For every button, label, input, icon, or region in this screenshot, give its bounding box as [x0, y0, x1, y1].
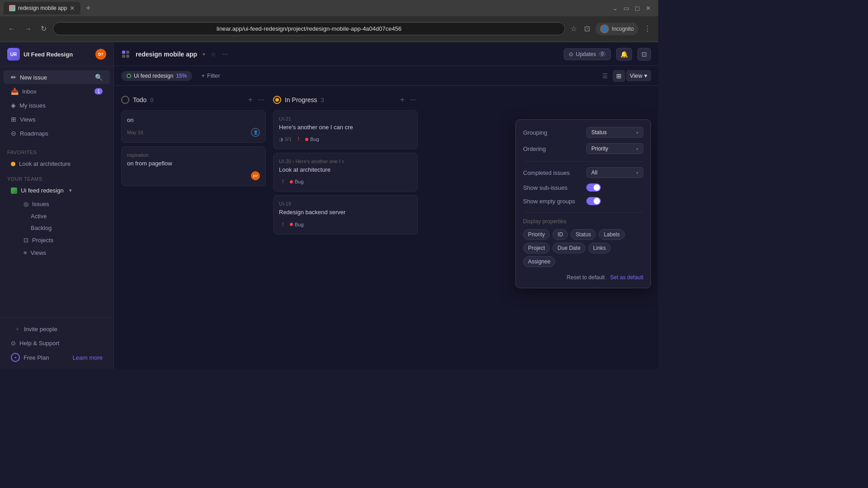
roadmaps-icon: ⊝	[11, 130, 16, 137]
active-label: Active	[31, 213, 47, 220]
inprogress-more-button[interactable]: ···	[408, 95, 418, 105]
architecture-label: Look at architecture	[19, 160, 71, 167]
prop-chip-priority[interactable]: Priority	[523, 229, 550, 240]
prop-chip-status[interactable]: Status	[571, 229, 596, 240]
new-tab-button[interactable]: +	[82, 4, 94, 13]
search-icon[interactable]: 🔍	[95, 74, 103, 81]
sidebar-team-item[interactable]: Ui feed redesign ▾	[4, 184, 110, 197]
todo-more-button[interactable]: ···	[256, 95, 266, 105]
list-item[interactable]: on May 16 👤	[121, 110, 266, 143]
filter-label: Filter	[207, 72, 220, 79]
sidebar-item-active[interactable]: Active	[7, 211, 110, 222]
invite-people-button[interactable]: ＋ Invite people	[7, 322, 106, 336]
help-icon: ⊙	[11, 340, 16, 347]
new-issue-icon: ✏	[11, 74, 16, 81]
updates-button[interactable]: ⊙ Updates 0	[564, 48, 611, 60]
sidebar-footer: ＋ Invite people ⊙ Help & Support ✦ Free …	[0, 317, 113, 369]
notification-button[interactable]: 🔔	[616, 48, 632, 61]
sidebar-item-views[interactable]: ⊞ Views	[4, 113, 110, 126]
sidebar-item-my-issues[interactable]: ◈ My issues	[4, 99, 110, 112]
grid-view-button[interactable]: ⊞	[613, 70, 625, 82]
filter-button[interactable]: + Filter	[198, 70, 223, 81]
ordering-row: Ordering Priority ▾	[523, 143, 643, 154]
maximize-button[interactable]: ◻	[635, 5, 640, 12]
todo-column-header: Todo 0 + ···	[121, 93, 266, 107]
completed-value: All	[591, 169, 597, 176]
prop-chip-due-date[interactable]: Due Date	[552, 243, 585, 253]
empty-groups-toggle[interactable]	[586, 197, 601, 205]
sidebar-item-new-issue[interactable]: ✏ New issue 🔍	[4, 70, 110, 84]
svg-rect-3	[126, 55, 129, 58]
grouping-select[interactable]: Status ▾	[586, 127, 643, 138]
ordering-select[interactable]: Priority ▾	[586, 143, 643, 154]
sidebar-item-backlog[interactable]: Backlog	[7, 222, 110, 234]
inprogress-column-header: In Progress 3 + ···	[273, 93, 418, 107]
refresh-button[interactable]: ↻	[38, 23, 49, 35]
sidebar-item-issues[interactable]: ◎ Issues	[7, 198, 110, 210]
browser-menu-button[interactable]: ⋮	[642, 23, 653, 35]
extension-icon[interactable]: ⊡	[582, 23, 592, 35]
bookmark-icon[interactable]: ☆	[569, 23, 579, 35]
inprogress-column: In Progress 3 + ··· UI-21 Here's another…	[273, 93, 418, 361]
incognito-badge[interactable]: 👤 Incognito	[595, 23, 638, 35]
my-issues-label: My issues	[19, 102, 46, 109]
grouping-value: Status	[591, 129, 607, 136]
card-title: on from pageflow	[127, 160, 260, 168]
priority-urgent-icon: !	[294, 135, 302, 143]
card-assignee: D7	[251, 171, 260, 180]
set-default-link[interactable]: Set as default	[610, 274, 643, 281]
browser-tab[interactable]: redesign mobile app ✕	[4, 2, 80, 14]
updates-badge: 0	[599, 51, 606, 57]
todo-column-count: 0	[150, 97, 153, 103]
back-button[interactable]: ←	[5, 23, 18, 35]
sidebar-item-inbox[interactable]: 📥 Inbox 1	[4, 84, 110, 98]
list-item[interactable]: UI-19 Redesign backend server ! Bug	[273, 195, 418, 234]
address-bar[interactable]: linear.app/ui-feed-redesign/project/rede…	[53, 22, 565, 35]
panel-divider-1	[523, 161, 643, 162]
favorites-section-label: Favorites	[0, 148, 113, 157]
card-label: Bug	[305, 136, 319, 142]
inbox-badge: 1	[94, 88, 103, 94]
tab-close-button[interactable]: ✕	[70, 5, 75, 12]
bug-label-dot	[290, 180, 293, 183]
list-item[interactable]: nspiration on from pageflow D7	[121, 146, 266, 186]
user-avatar[interactable]: D7	[95, 49, 106, 60]
prop-chip-labels[interactable]: Labels	[599, 229, 624, 240]
progress-badge[interactable]: Ui feed redesign 15%	[121, 71, 192, 81]
label-text: Bug	[310, 136, 319, 142]
help-support-button[interactable]: ⊙ Help & Support	[4, 337, 110, 350]
learn-more-link[interactable]: Learn more	[73, 354, 103, 361]
sidebar-item-projects[interactable]: ⊡ Projects	[7, 234, 110, 246]
completed-select[interactable]: All ▾	[586, 167, 643, 178]
card-title: on	[127, 116, 260, 124]
sub-issues-toggle[interactable]	[586, 183, 601, 192]
sub-issues-row: Show sub-issues	[523, 183, 643, 192]
list-item[interactable]: UI-20 › Here's another one I c Look at a…	[273, 153, 418, 192]
close-window-button[interactable]: ✕	[646, 5, 651, 12]
star-icon[interactable]: ☆	[211, 51, 217, 58]
prop-chip-project[interactable]: Project	[523, 243, 550, 253]
minimize-button[interactable]: ⌄	[613, 5, 618, 12]
todo-column-title: Todo	[133, 96, 146, 103]
card-label: Bug	[290, 179, 304, 184]
layout-toggle-button[interactable]: ⊡	[637, 48, 651, 61]
ordering-chevron-icon: ▾	[636, 146, 638, 151]
reset-default-link[interactable]: Reset to default	[567, 274, 605, 281]
sidebar-item-team-views[interactable]: ≡ Views	[7, 247, 110, 259]
sidebar-item-architecture[interactable]: Look at architecture	[4, 157, 110, 170]
list-item[interactable]: UI-21 Here's another one I can cre ◑ 0/1…	[273, 110, 418, 149]
your-teams-label: Your teams	[0, 174, 113, 183]
restore-button[interactable]: ▭	[623, 5, 629, 12]
issues-label: Issues	[32, 201, 49, 207]
svg-rect-2	[122, 55, 125, 58]
list-view-button[interactable]: ☰	[599, 70, 612, 82]
todo-add-button[interactable]: +	[246, 95, 254, 105]
forward-button[interactable]: →	[22, 23, 34, 35]
prop-chip-assignee[interactable]: Assignee	[523, 256, 555, 267]
project-more-icon[interactable]: ···	[222, 50, 228, 58]
sidebar-item-roadmaps[interactable]: ⊝ Roadmaps	[4, 127, 110, 140]
prop-chip-links[interactable]: Links	[588, 243, 611, 253]
view-options-button[interactable]: View ▾	[626, 70, 651, 81]
prop-chip-id[interactable]: ID	[552, 229, 568, 240]
inprogress-add-button[interactable]: +	[398, 95, 406, 105]
